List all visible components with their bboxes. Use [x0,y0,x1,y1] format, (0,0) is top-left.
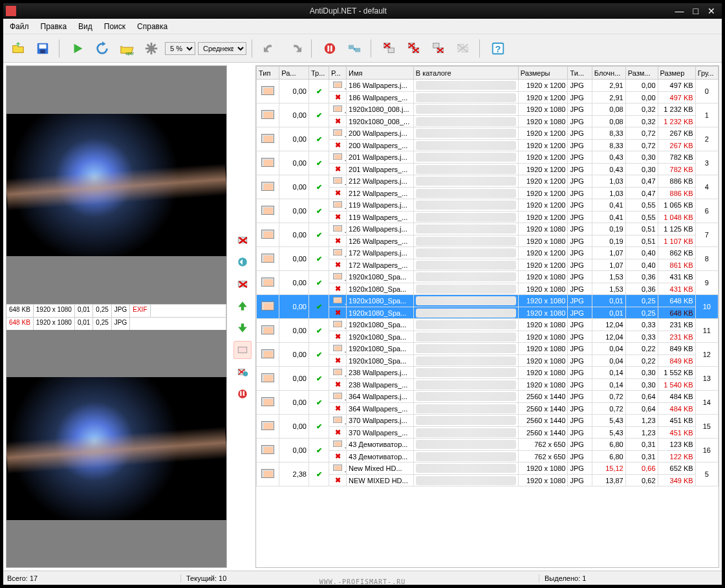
cell-razm: 0,62 [625,475,658,486]
delete-group-button[interactable] [452,38,474,59]
menu-edit[interactable]: Правка [41,22,67,31]
menu-help[interactable]: Справка [137,22,168,31]
top-fmt: JPG [112,305,130,317]
pair-icon [261,110,274,119]
table-row[interactable]: 0,00✔43 Демотиватор...762 x 650JPG6,800,… [257,439,719,451]
minimize-button[interactable]: — [675,6,684,16]
top-preview[interactable] [6,66,226,304]
table-row[interactable]: 0,00✔172 Wallpapers.j...1920 x 1200JPG1,… [257,247,719,259]
refresh-button[interactable] [91,38,113,59]
table-row[interactable]: 0,00✔1920x1080_Spa...1920 x 1080JPG0,040… [257,343,719,355]
x-icon: ✖ [335,309,341,316]
table-row[interactable]: 0,00✔212 Wallpapers.j...1920 x 1200JPG1,… [257,175,719,188]
table-row[interactable]: 0,00✔186 Wallpapers.j...1920 x 1200JPG2,… [257,80,719,92]
table-row[interactable]: 0,00✔364 Wallpapers.j...2560 x 1440JPG0,… [257,391,719,403]
cell-catalog [413,271,518,283]
settings-button[interactable] [140,38,162,59]
delete-second-button[interactable] [427,38,449,59]
cell-name: 212 Wallpapers_... [347,188,414,199]
col-ra[interactable]: Ра... [279,67,309,80]
cell-razm: 0,31 [625,451,658,463]
menu-search[interactable]: Поиск [104,22,125,31]
col-dim[interactable]: Размеры [518,67,568,80]
col-ti[interactable]: Ти... [568,67,592,80]
open-folder-button[interactable] [7,38,29,59]
col-catalog[interactable]: В каталоге [413,67,518,80]
col-size[interactable]: Размер [658,67,695,80]
table-row[interactable]: 0,00✔1920x1080_008.j...1920 x 1080JPG0,0… [257,103,719,116]
cell-fmt: JPG [568,439,592,451]
cell-block: 6,80 [592,439,625,451]
delete-first-button[interactable] [378,38,400,59]
cell-block: 8,33 [592,127,625,140]
cell-dim: 1920 x 1200 [518,247,568,259]
delete-top2-icon[interactable] [233,275,252,293]
table-row[interactable]: 0,00✔126 Wallpapers.j...1920 x 1080JPG0,… [257,223,719,235]
table-row[interactable]: 0,00✔1920x1080_Spa...1920 x 1080JPG0,010… [257,295,719,307]
thumb-icon [333,297,342,303]
delete-both-button[interactable] [403,38,425,59]
cell-razm: 0,32 [625,103,658,116]
cell-diff: 0,00 [279,103,309,127]
cell-catalog [413,295,518,307]
svg-rect-15 [388,48,394,52]
delete-current-icon[interactable] [233,341,252,359]
up-arrow-icon[interactable] [233,297,252,315]
browse-button[interactable]: open [116,38,138,59]
check-icon: ✔ [316,231,322,239]
delete-top-icon[interactable] [233,231,252,249]
save-button[interactable] [32,38,54,59]
help-button[interactable]: ? [487,38,509,59]
x-icon: ✖ [335,285,341,292]
table-row[interactable]: 0,00✔238 Wallpapers.j...1920 x 1080JPG0,… [257,367,719,379]
maximize-button[interactable]: □ [693,6,698,16]
zoom-combo[interactable]: 5 % [165,42,195,55]
cell-fmt: JPG [568,151,592,164]
table-row[interactable]: 0,00✔1920x1080_Spa...1920 x 1080JPG12,04… [257,319,719,331]
col-block[interactable]: Блочн... [592,67,625,80]
table-row[interactable]: 0,00✔200 Wallpapers.j...1920 x 1200JPG8,… [257,127,719,140]
col-r[interactable]: Р... [329,67,347,80]
table-row[interactable]: 2,38✔New Mixed HD...1920 x 1080JPG15,120… [257,463,719,475]
bottom-preview[interactable] [6,330,226,568]
cell-name: 212 Wallpapers.j... [347,175,414,188]
cell-catalog [413,259,518,271]
bottom-fmt: JPG [112,318,130,330]
undo-button[interactable] [259,38,281,59]
cell-diff: 0,00 [279,271,309,295]
col-grp[interactable]: Гру... [695,67,718,80]
menu-view[interactable]: Вид [78,22,92,31]
rotate-top-icon[interactable] [233,253,252,271]
results-table-wrap[interactable]: Тип Ра... Тр... Р... Имя В каталоге Разм… [256,66,719,567]
menu-file[interactable]: Файл [10,22,29,31]
close-button[interactable]: ✕ [708,6,715,16]
cell-group: 9 [695,271,718,295]
cell-block: 0,72 [592,403,625,415]
cell-razm: 0,30 [625,379,658,391]
rotate-bottom-icon[interactable] [233,363,252,381]
play-button[interactable] [67,38,89,59]
mid-stop-icon[interactable] [233,385,252,403]
col-name[interactable]: Имя [347,67,414,80]
down-arrow-icon[interactable] [233,319,252,337]
redo-button[interactable] [284,38,306,59]
cell-dim: 1920 x 1080 [518,475,568,486]
table-row[interactable]: 0,00✔201 Wallpapers.j...1920 x 1200JPG0,… [257,151,719,164]
col-tr[interactable]: Тр... [308,67,329,80]
sync-button[interactable] [343,38,365,59]
cell-catalog [413,127,518,140]
table-row[interactable]: 0,00✔370 Wallpapers.j...2560 x 1440JPG5,… [257,415,719,427]
table-row[interactable]: 0,00✔119 Wallpapers.j...1920 x 1200JPG0,… [257,199,719,212]
cell-size: 648 KB [658,307,695,319]
table-row[interactable]: 0,00✔1920x1080_Spa...1920 x 1080JPG1,530… [257,271,719,283]
cell-group: 8 [695,247,718,271]
cell-dim: 2560 x 1440 [518,427,568,439]
algorithm-combo[interactable]: Среднекв... [198,42,246,55]
cell-block: 12,04 [592,319,625,331]
cell-block: 0,01 [592,307,625,319]
col-razm[interactable]: Разм... [625,67,658,80]
col-type[interactable]: Тип [257,67,279,80]
stop-button[interactable] [319,38,341,59]
cell-diff: 0,00 [279,223,309,247]
cell-group: 4 [695,175,718,199]
